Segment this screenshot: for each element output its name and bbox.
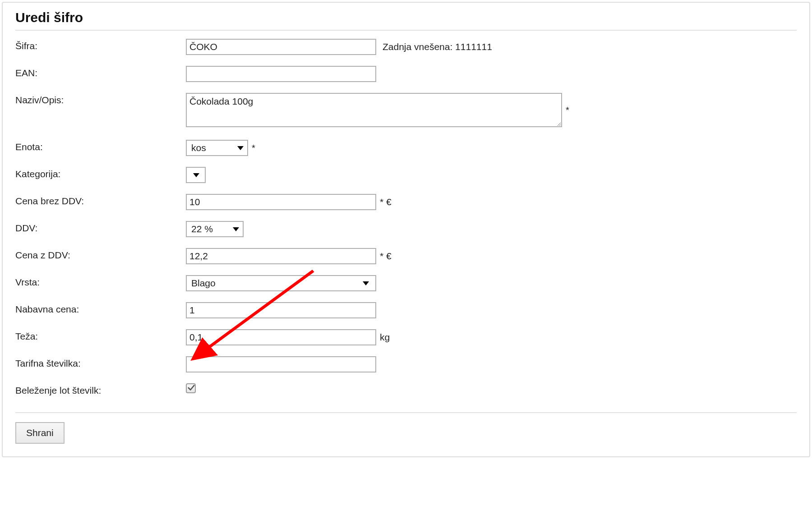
label-belezenje-lot: Beleženje lot številk: [15, 383, 186, 396]
teza-suffix: kg [379, 332, 390, 343]
row-kategorija: Kategorija: [15, 167, 797, 183]
label-vrsta: Vrsta: [15, 275, 186, 288]
divider-bottom [15, 412, 797, 413]
cena-brez-ddv-input[interactable] [186, 194, 376, 210]
row-enota: Enota: kos * [15, 140, 797, 156]
row-teza: Teža: kg [15, 329, 797, 345]
ean-input[interactable] [186, 66, 376, 82]
row-belezenje-lot: Beleženje lot številk: [15, 383, 797, 400]
row-vrsta: Vrsta: Blago [15, 275, 797, 291]
enota-value: kos [191, 142, 206, 153]
label-tarifna: Tarifna številka: [15, 356, 186, 369]
divider-top [15, 30, 797, 31]
label-cena-brez-ddv: Cena brez DDV: [15, 194, 186, 207]
label-teza: Teža: [15, 329, 186, 342]
edit-item-panel: Uredi šifro Šifra: Zadnja vnešena: 11111… [2, 2, 810, 457]
tarifna-input[interactable] [186, 356, 376, 372]
row-ddv: DDV: 22 % [15, 221, 797, 237]
zadnja-vnesena-label: Zadnja vnešena: [383, 41, 455, 52]
vrsta-select[interactable]: Blago [186, 275, 376, 291]
chevron-down-icon [193, 173, 199, 177]
vrsta-value: Blago [191, 278, 216, 289]
page-title: Uredi šifro [15, 10, 797, 25]
row-cena-brez-ddv: Cena brez DDV: * € [15, 194, 797, 210]
label-sifra: Šifra: [15, 39, 186, 51]
row-ean: EAN: [15, 66, 797, 82]
ddv-value: 22 % [191, 224, 213, 234]
chevron-down-icon [363, 281, 369, 285]
enota-select[interactable]: kos [186, 140, 248, 156]
kategorija-select[interactable] [186, 167, 206, 183]
naziv-textarea[interactable] [186, 93, 562, 127]
zadnja-vnesena-value: 1111111 [455, 41, 492, 52]
label-nabavna-cena: Nabavna cena: [15, 302, 186, 315]
row-sifra: Šifra: Zadnja vnešena: 1111111 [15, 39, 797, 55]
save-button[interactable]: Shrani [15, 422, 65, 444]
label-kategorija: Kategorija: [15, 167, 186, 179]
chevron-down-icon [237, 146, 244, 150]
zadnja-vnesena: Zadnja vnešena: 1111111 [379, 41, 492, 52]
label-ean: EAN: [15, 66, 186, 78]
belezenje-lot-checkbox[interactable] [186, 383, 196, 393]
naziv-required: * [565, 105, 569, 115]
row-nabavna-cena: Nabavna cena: [15, 302, 797, 318]
sifra-input[interactable] [186, 39, 376, 55]
ddv-select[interactable]: 22 % [186, 221, 244, 237]
nabavna-cena-input[interactable] [186, 302, 376, 318]
row-cena-z-ddv: Cena z DDV: * € [15, 248, 797, 264]
cena-brez-ddv-suffix: * € [379, 197, 392, 207]
enota-required: * [251, 143, 255, 153]
label-naziv: Naziv/Opis: [15, 93, 186, 106]
row-tarifna: Tarifna številka: [15, 356, 797, 372]
label-enota: Enota: [15, 140, 186, 152]
label-cena-z-ddv: Cena z DDV: [15, 248, 186, 261]
cena-z-ddv-input[interactable] [186, 248, 376, 264]
row-naziv: Naziv/Opis: * [15, 93, 797, 127]
chevron-down-icon [233, 227, 239, 231]
label-ddv: DDV: [15, 221, 186, 234]
cena-z-ddv-suffix: * € [379, 251, 392, 262]
check-icon [187, 384, 195, 392]
teza-input[interactable] [186, 329, 376, 345]
